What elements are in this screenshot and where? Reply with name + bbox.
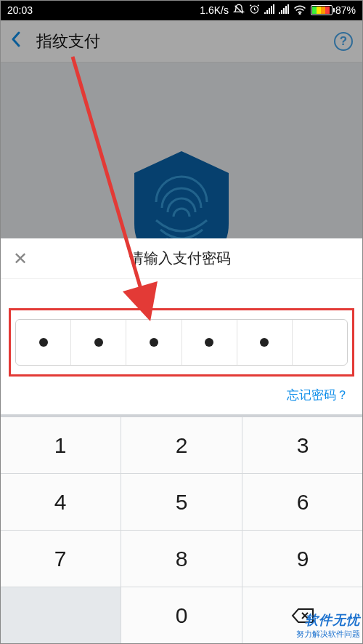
password-input[interactable]	[15, 319, 348, 366]
password-cell	[182, 320, 237, 365]
sheet-title: 请输入支付密码	[10, 249, 350, 268]
watermark: 软件无忧 努力解决软件问题	[296, 611, 360, 640]
password-cell	[126, 320, 182, 365]
forgot-password-link[interactable]: 忘记密码？	[0, 387, 348, 403]
watermark-subtitle: 努力解决软件问题	[296, 629, 360, 640]
keypad-key-8[interactable]: 8	[121, 531, 242, 587]
wifi-icon	[293, 4, 306, 17]
svg-point-2	[299, 13, 301, 15]
battery-pct: 87%	[335, 4, 356, 16]
keypad-key-6[interactable]: 6	[242, 474, 363, 531]
signal-icon-1	[264, 4, 274, 16]
status-time: 20:03	[7, 4, 33, 16]
dnd-icon	[233, 4, 245, 17]
keypad-key-5[interactable]: 5	[121, 474, 242, 531]
keypad-key-2[interactable]: 2	[121, 417, 242, 474]
password-cell	[293, 320, 347, 365]
numeric-keypad: 1234567890	[0, 414, 363, 644]
status-right: 1.6K/s 87%	[33, 4, 356, 17]
signal-icon-2	[279, 4, 289, 16]
keypad-key-0[interactable]: 0	[121, 587, 242, 644]
alarm-icon	[249, 4, 260, 17]
password-cell	[237, 320, 293, 365]
password-highlight-box	[9, 308, 354, 377]
keypad-blank	[0, 587, 121, 644]
password-cell	[16, 320, 71, 365]
password-cell	[71, 320, 126, 365]
password-sheet: ✕ 请输入支付密码 忘记密码？ 1234567890	[0, 238, 363, 644]
keypad-key-3[interactable]: 3	[242, 417, 363, 474]
status-net-speed: 1.6K/s	[200, 4, 229, 16]
keypad-key-4[interactable]: 4	[0, 474, 121, 531]
keypad-key-7[interactable]: 7	[0, 531, 121, 587]
keypad-key-1[interactable]: 1	[0, 417, 121, 474]
status-bar: 20:03 1.6K/s 87%	[0, 0, 363, 20]
keypad-key-9[interactable]: 9	[242, 531, 363, 587]
battery-indicator: 87%	[311, 4, 356, 16]
watermark-title: 软件无忧	[296, 611, 360, 629]
